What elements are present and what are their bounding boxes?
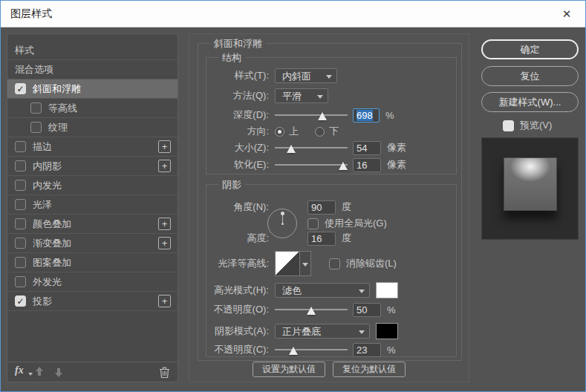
shadow-opacity-value: 23 [357, 344, 367, 356]
sidebar-item[interactable]: 样式 [7, 41, 178, 60]
effect-checkbox[interactable] [15, 276, 26, 287]
size-input[interactable]: 54 [353, 141, 381, 155]
sidebar-item[interactable]: 等高线 [7, 99, 178, 118]
sidebar-item[interactable]: 描边+ [7, 137, 178, 157]
sidebar-item[interactable]: 混合选项 [7, 60, 178, 79]
preview-toggle-row: 预览(V) [503, 119, 552, 132]
close-icon[interactable]: ✕ [559, 7, 575, 22]
sidebar-item-label: 外发光 [33, 275, 62, 289]
technique-label: 方法(Q): [206, 89, 269, 102]
direction-down-radio[interactable] [315, 127, 325, 137]
sidebar-item[interactable]: 图案叠加 [7, 253, 178, 272]
effect-checkbox[interactable]: ✓ [15, 295, 26, 307]
sidebar-item-label: 渐变叠加 [33, 237, 71, 250]
slider-thumb[interactable] [318, 112, 327, 120]
slider-thumb[interactable] [287, 145, 296, 153]
sidebar-item[interactable]: 光泽 [7, 195, 178, 215]
effect-checkbox[interactable] [15, 180, 26, 191]
highlight-mode-select[interactable]: 滤色 [275, 283, 370, 298]
sidebar-list: 样式混合选项✓斜面和浮雕等高线纹理描边+内阴影+内发光光泽颜色叠加+渐变叠加+图… [7, 41, 178, 311]
sidebar-item[interactable]: 内阴影+ [7, 157, 178, 176]
shadow-mode-select[interactable]: 正片叠底 [275, 324, 370, 339]
set-defaults-button[interactable]: 设置为默认值 [253, 362, 325, 377]
highlight-opacity-slider[interactable] [275, 304, 348, 316]
add-effect-button[interactable]: + [158, 160, 171, 172]
new-style-button[interactable]: 新建样式(W)... [481, 92, 579, 112]
slider-track [275, 349, 348, 350]
fx-caret-icon [28, 373, 33, 376]
effect-checkbox[interactable]: ✓ [15, 83, 26, 94]
effect-checkbox[interactable] [15, 199, 26, 210]
highlight-opacity-input[interactable]: 50 [353, 303, 381, 317]
depth-slider[interactable] [275, 109, 348, 121]
preview-checkbox[interactable] [503, 120, 514, 131]
move-down-icon[interactable] [53, 367, 64, 377]
use-global-light-checkbox[interactable] [307, 218, 319, 229]
structure-group: 结构 样式(T): 内斜面 方法(Q): 平滑 深度(D [206, 57, 457, 174]
sidebar-item[interactable]: 渐变叠加+ [7, 234, 178, 253]
effect-checkbox[interactable] [15, 257, 26, 268]
reset-button[interactable]: 复位 [481, 66, 579, 86]
gloss-contour-picker[interactable] [300, 251, 311, 276]
add-effect-button[interactable]: + [158, 218, 171, 230]
depth-input[interactable]: 698 [353, 108, 380, 122]
effect-checkbox[interactable] [30, 122, 42, 133]
fx-menu-button[interactable]: fx [15, 365, 24, 376]
sidebar-item[interactable]: 内发光 [7, 176, 178, 195]
ok-button[interactable]: 确定 [481, 39, 579, 59]
angle-label: 角度(N): [206, 200, 269, 214]
sidebar-item-label: 投影 [33, 295, 52, 308]
shadow-color-swatch[interactable] [376, 323, 398, 339]
slider-thumb[interactable] [339, 162, 348, 170]
add-effect-button[interactable]: + [158, 295, 171, 307]
depth-unit: % [385, 110, 394, 121]
soften-value: 16 [357, 160, 367, 171]
sidebar-item-label: 描边 [33, 140, 52, 154]
highlight-color-swatch[interactable] [376, 282, 398, 298]
soften-input[interactable]: 16 [353, 158, 381, 172]
gloss-contour-thumbnail[interactable] [275, 251, 300, 276]
add-effect-button[interactable]: + [158, 237, 171, 249]
slider-thumb[interactable] [289, 347, 298, 355]
anti-alias-checkbox[interactable] [329, 258, 340, 270]
shadow-opacity-input[interactable]: 23 [353, 343, 381, 357]
delete-effect-icon[interactable] [159, 366, 170, 382]
effect-checkbox[interactable] [15, 238, 26, 249]
sidebar-item[interactable]: 纹理 [7, 118, 178, 137]
technique-select[interactable]: 平滑 [275, 88, 328, 103]
effect-checkbox[interactable] [15, 160, 26, 172]
effect-checkbox[interactable] [15, 141, 26, 152]
style-label: 样式(T): [206, 69, 269, 82]
sidebar-item-label: 等高线 [48, 102, 77, 115]
technique-value: 平滑 [282, 90, 302, 103]
size-slider[interactable] [275, 142, 348, 154]
shading-group: 阴影 角度(N): 90 度 使用全局光(G) [206, 184, 457, 357]
slider-thumb[interactable] [307, 307, 316, 315]
sidebar-item-label: 斜面和浮雕 [33, 82, 81, 96]
sidebar-item[interactable]: 颜色叠加+ [7, 215, 178, 234]
soften-slider[interactable] [275, 159, 348, 171]
direction-up-radio[interactable] [275, 127, 284, 137]
add-effect-button[interactable]: + [158, 140, 171, 153]
size-unit: 像素 [387, 141, 406, 154]
effect-checkbox[interactable] [30, 102, 42, 114]
size-label: 大小(Z): [206, 141, 269, 154]
angle-input[interactable]: 90 [307, 200, 336, 215]
sidebar-item[interactable]: 外发光 [7, 272, 178, 292]
reset-defaults-button[interactable]: 复位为默认值 [333, 362, 406, 377]
chevron-down-icon [317, 95, 323, 99]
move-up-icon[interactable] [34, 367, 45, 377]
anti-alias-label: 消除锯齿(L) [346, 257, 397, 270]
effect-checkbox[interactable] [15, 218, 26, 229]
altitude-input[interactable]: 16 [307, 232, 336, 246]
bevel-style-value: 内斜面 [282, 70, 311, 83]
chevron-down-icon [326, 75, 332, 79]
shadow-opacity-label: 不透明度(C): [206, 343, 269, 356]
direction-down-label: 下 [329, 125, 339, 138]
bevel-style-select[interactable]: 内斜面 [275, 68, 337, 83]
effects-sidebar: 样式混合选项✓斜面和浮雕等高线纹理描边+内阴影+内发光光泽颜色叠加+渐变叠加+图… [7, 33, 178, 382]
sidebar-item[interactable]: ✓投影+ [7, 292, 178, 311]
sidebar-item[interactable]: ✓斜面和浮雕 [7, 79, 178, 99]
highlight-mode-value: 滤色 [282, 284, 302, 298]
shadow-opacity-slider[interactable] [275, 344, 348, 356]
